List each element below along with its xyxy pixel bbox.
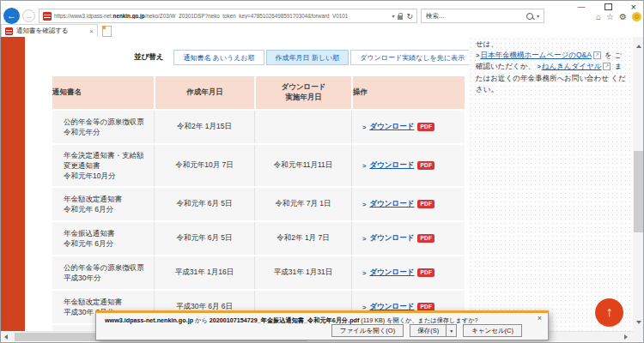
- download-link[interactable]: ダウンロード: [369, 160, 414, 171]
- header-download-date: ダウンロード 実施年月日: [254, 76, 351, 109]
- download-date: [254, 111, 351, 143]
- tab-title: 通知書を確認する: [16, 27, 69, 35]
- doc-name: 公的年金等の源泉徴収票令和元年分: [52, 111, 154, 143]
- table-row: 年金振込通知書令和元年 6月分 令和元年 6月 5日 令和2年 1月 7日 > …: [52, 222, 465, 255]
- chevron-icon: >: [362, 201, 366, 208]
- external-link-icon: ↗: [593, 51, 601, 59]
- vertical-scrollbar-thumb[interactable]: [634, 151, 644, 232]
- search-icon[interactable]: [526, 13, 533, 20]
- pdf-badge: PDF: [417, 268, 434, 277]
- search-placeholder: 検索...: [426, 12, 444, 21]
- pdf-badge: PDF: [417, 161, 434, 170]
- page-viewport: 並び替え 通知書名 あいうえお順 作成年月日 新しい順 ダウンロード実績なしを先…: [1, 37, 644, 331]
- chevron-icon: >: [362, 123, 366, 131]
- sort-button-name-order[interactable]: 通知書名 あいうえお順: [173, 50, 264, 65]
- home-icon[interactable]: ⌂: [596, 11, 601, 22]
- chevron-icon: >: [476, 51, 479, 59]
- chevron-icon: >: [362, 269, 366, 277]
- back-button[interactable]: ←: [3, 8, 20, 24]
- scroll-left-icon[interactable]: [4, 334, 8, 340]
- search-box[interactable]: 検索... ▾: [421, 9, 544, 23]
- sort-controls: 並び替え 通知書名 あいうえお順 作成年月日 新しい順 ダウンロード実績なしを先…: [134, 50, 476, 65]
- forward-button[interactable]: →: [22, 9, 35, 22]
- url-dropdown-icon[interactable]: ▾: [392, 13, 394, 19]
- save-button[interactable]: 保存(S): [410, 324, 446, 337]
- download-notification-bar: www3.idpass-net.nenkin.go.jp から 20200107…: [95, 310, 549, 340]
- scroll-to-top-button[interactable]: ↑: [595, 298, 623, 327]
- forward-icon: →: [25, 12, 33, 21]
- table-row: 年金額改定通知書令和元年 6月分 令和元年 6月 5日 令和元年 7月 1日 >…: [52, 188, 465, 220]
- external-link-icon: ↗: [603, 63, 611, 70]
- smiley-feedback-icon[interactable]: ☺: [632, 12, 641, 21]
- header-name: 通知書名: [52, 76, 154, 109]
- address-bar[interactable]: https://www3.idpass-net.nenkin.go.jp/nek…: [39, 9, 417, 23]
- minimize-button[interactable]: —: [578, 2, 586, 12]
- browser-tab[interactable]: 通知書を確認する ×: [1, 24, 98, 37]
- lock-icon: [398, 15, 403, 20]
- sort-label: 並び替え: [134, 52, 163, 63]
- created-date: 令和元年 6月 5日: [154, 188, 254, 220]
- sort-button-date-newest[interactable]: 作成年月日 新しい順: [266, 50, 349, 65]
- chevron-icon: >: [362, 162, 366, 170]
- download-link[interactable]: ダウンロード: [369, 122, 414, 132]
- download-date: 平成31年 1月31日: [254, 256, 351, 289]
- scroll-up-icon[interactable]: [636, 45, 641, 48]
- save-dropdown-icon[interactable]: ▼: [446, 324, 457, 337]
- settings-gear-icon[interactable]: ⚙: [619, 11, 627, 22]
- download-link[interactable]: ダウンロード: [369, 233, 414, 244]
- table-row: 年金決定通知書・支給額変更通知書令和元年10月分 令和元年10月 7日 令和元年…: [52, 145, 465, 186]
- browser-window: — × ← → https://www3.idpass-net.nenkin.g…: [0, 0, 644, 343]
- qa-link[interactable]: 日本年金機構ホームページのQ&A: [480, 51, 591, 59]
- help-sidebar: せは、 >日本年金機構ホームページのQ&A↗ を ご確認いただくか、 >ねんきん…: [469, 37, 633, 331]
- new-tab-button[interactable]: [102, 26, 112, 37]
- pdf-badge: PDF: [417, 123, 434, 131]
- download-date: 令和元年 7月 1日: [254, 188, 351, 220]
- tab-close-icon[interactable]: ×: [89, 27, 94, 35]
- refresh-icon[interactable]: ↻: [406, 12, 413, 21]
- page-left-accent: [1, 37, 25, 331]
- back-icon: ←: [7, 10, 16, 21]
- tab-favicon-icon: [5, 27, 13, 35]
- vertical-scrollbar[interactable]: [633, 37, 644, 331]
- notification-table: 通知書名 作成年月日 ダウンロード 実施年月日 操作 公的年金等の源泉徴収票令和…: [52, 76, 465, 331]
- doc-name: 年金額改定通知書令和元年 6月分: [52, 188, 154, 220]
- doc-name: 年金振込通知書令和元年 6月分: [52, 222, 154, 255]
- scroll-right-icon[interactable]: [624, 334, 628, 340]
- pdf-badge: PDF: [417, 200, 434, 208]
- toolbar-icons: ⌂ ☆ ⚙ ☺: [596, 11, 641, 22]
- dial-link[interactable]: ねんきんダイヤル: [542, 62, 602, 70]
- up-arrow-icon: ↑: [606, 304, 613, 319]
- scrollbar-corner: [633, 331, 644, 341]
- favorites-star-icon[interactable]: ☆: [606, 11, 614, 22]
- sort-button-not-downloaded-first[interactable]: ダウンロード実績なしを先に表示: [350, 50, 474, 65]
- header-created-date: 作成年月日: [154, 76, 254, 109]
- restore-button[interactable]: [605, 3, 612, 10]
- table-header-row: 通知書名 作成年月日 ダウンロード 実施年月日 操作: [52, 76, 465, 109]
- created-date: 平成31年 1月16日: [154, 256, 254, 289]
- open-file-button[interactable]: ファイルを開く(O): [331, 324, 404, 337]
- table-row: 公的年金等の源泉徴収票平成30年分 平成31年 1月16日 平成31年 1月31…: [52, 256, 465, 289]
- download-bar-close-icon[interactable]: ×: [538, 314, 542, 322]
- site-favicon-icon: [43, 12, 52, 21]
- scroll-down-icon[interactable]: [636, 321, 641, 324]
- browser-chrome: — × ← → https://www3.idpass-net.nenkin.g…: [1, 1, 644, 37]
- download-link[interactable]: ダウンロード: [369, 268, 414, 278]
- cancel-button[interactable]: キャンセル(C): [463, 324, 522, 337]
- table-row: 公的年金等の源泉徴収票令和元年分 令和2年 1月15日 > ダウンロード PDF: [52, 111, 465, 143]
- doc-name: 年金決定通知書・支給額変更通知書令和元年10月分: [52, 145, 154, 186]
- download-date: 令和2年 1月 7日: [254, 222, 351, 255]
- download-date: 令和元年11月11日: [254, 145, 351, 186]
- search-dropdown-icon[interactable]: ▾: [537, 13, 539, 19]
- created-date: 令和元年10月 7日: [154, 145, 254, 186]
- download-link[interactable]: ダウンロード: [369, 199, 414, 209]
- created-date: 令和2年 1月15日: [154, 111, 254, 143]
- help-text: せは、 >日本年金機構ホームページのQ&A↗ を ご確認いただくか、 >ねんきん…: [476, 39, 627, 95]
- url-text: https://www3.idpass-net.nenkin.go.jp/nek…: [54, 13, 348, 19]
- pdf-badge: PDF: [417, 234, 434, 243]
- chevron-icon: >: [362, 235, 366, 243]
- created-date: 令和元年 6月 5日: [154, 222, 254, 255]
- header-operation: 操作: [351, 76, 465, 109]
- chevron-icon: >: [537, 63, 540, 70]
- doc-name: 公的年金等の源泉徴収票平成30年分: [52, 256, 154, 289]
